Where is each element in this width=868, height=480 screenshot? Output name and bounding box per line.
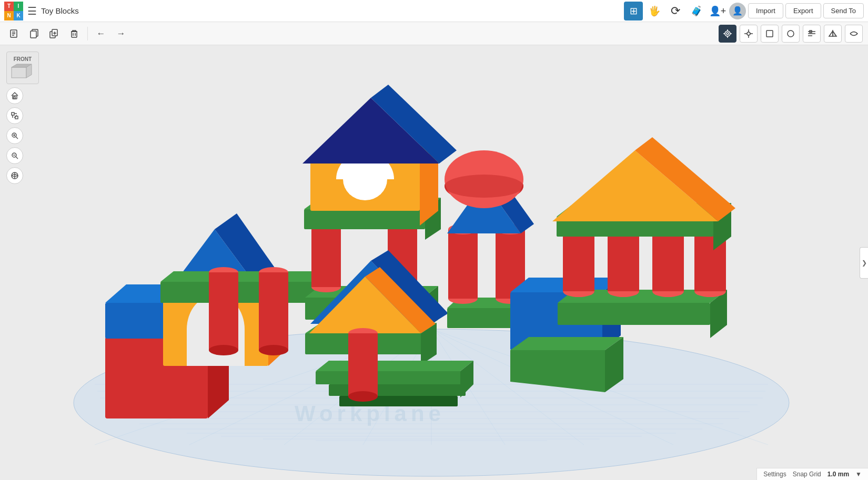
svg-rect-135 <box>448 229 478 299</box>
svg-point-14 <box>726 33 729 35</box>
chevron-right-icon: ❯ <box>862 259 867 267</box>
add-user-button[interactable]: 👤+ <box>708 2 727 21</box>
svg-marker-30 <box>829 31 833 36</box>
grid-view-button[interactable]: ⊞ <box>624 2 643 21</box>
hand-tool-button[interactable]: 🖐 <box>645 2 664 21</box>
redo-button[interactable]: → <box>112 25 130 43</box>
svg-rect-129 <box>348 333 378 396</box>
perspective-button[interactable] <box>6 167 23 184</box>
document-title: Toy Blocks <box>41 6 79 15</box>
collapse-panel-button[interactable]: ❯ <box>860 247 868 279</box>
briefcase-button[interactable]: 🧳 <box>687 2 706 21</box>
circle-tool-button[interactable] <box>782 25 800 43</box>
main-area: FRONT <box>0 45 868 480</box>
svg-point-25 <box>788 30 794 37</box>
status-bar: Settings Snap Grid 1.0 mm ▼ <box>756 468 868 480</box>
rotate-button[interactable]: ⟳ <box>666 2 685 21</box>
svg-marker-31 <box>833 31 836 36</box>
import-button[interactable]: Import <box>748 3 783 18</box>
svg-rect-32 <box>12 67 26 78</box>
settings-button[interactable]: Settings <box>763 471 786 478</box>
toolbar: ← → <box>0 22 868 45</box>
home-view-button[interactable] <box>6 87 23 104</box>
left-controls: FRONT <box>6 52 39 184</box>
logo-n: N <box>4 11 14 21</box>
svg-point-19 <box>747 32 750 35</box>
3d-scene[interactable]: Workplane <box>0 45 868 480</box>
svg-point-95 <box>259 345 288 355</box>
point-tool-button[interactable] <box>740 25 758 43</box>
topbar-right: ⊞ 🖐 ⟳ 🧳 👤+ 👤 Import Export Send To <box>624 2 864 21</box>
svg-marker-124 <box>316 361 473 371</box>
svg-point-92 <box>209 345 238 355</box>
svg-rect-36 <box>14 97 15 99</box>
avatar[interactable]: 👤 <box>729 3 746 19</box>
new-document-button[interactable] <box>5 25 23 43</box>
logo-k: K <box>14 11 23 21</box>
svg-rect-5 <box>31 31 36 38</box>
send-to-button[interactable]: Send To <box>823 3 864 18</box>
svg-rect-91 <box>209 272 238 350</box>
svg-rect-94 <box>259 272 288 350</box>
logo-i: I <box>14 2 23 11</box>
document-icon[interactable]: ☰ <box>27 5 37 17</box>
camera-tool-button[interactable] <box>719 25 736 43</box>
svg-marker-149 <box>510 337 623 350</box>
svg-line-43 <box>16 137 18 139</box>
export-button[interactable]: Export <box>785 3 821 18</box>
svg-rect-131 <box>447 308 516 328</box>
logo-t: T <box>4 2 14 11</box>
svg-point-113 <box>343 158 387 200</box>
snap-grid-label: Snap Grid <box>793 471 821 478</box>
svg-rect-24 <box>766 30 773 37</box>
toolbar-right <box>719 25 863 43</box>
duplicate-button[interactable] <box>45 25 63 43</box>
svg-rect-123 <box>316 371 473 384</box>
svg-line-47 <box>16 157 18 159</box>
svg-rect-10 <box>72 32 77 37</box>
svg-rect-105 <box>304 209 425 229</box>
align-tool-button[interactable] <box>803 25 821 43</box>
shape-tool-button[interactable] <box>761 25 779 43</box>
svg-rect-35 <box>13 96 17 99</box>
svg-point-144 <box>445 175 523 198</box>
mirror-tool-button[interactable] <box>824 25 842 43</box>
zoom-in-button[interactable] <box>6 127 23 144</box>
svg-point-130 <box>348 391 378 402</box>
svg-point-13 <box>725 31 730 36</box>
zoom-out-button[interactable] <box>6 147 23 164</box>
view-cube-graphic <box>9 63 36 80</box>
view-cube-label: FRONT <box>14 56 32 62</box>
svg-rect-87 <box>160 282 324 303</box>
svg-rect-37 <box>12 113 14 115</box>
top-navbar: T I N K ☰ Toy Blocks ⊞ 🖐 ⟳ 🧳 👤+ 👤 Import… <box>0 0 868 22</box>
group-tool-button[interactable] <box>845 25 863 43</box>
copy-button[interactable] <box>25 25 43 43</box>
toolbar-separator-1 <box>87 27 88 40</box>
snap-grid-value: 1.0 mm <box>827 471 849 478</box>
fit-view-button[interactable] <box>6 107 23 124</box>
svg-rect-151 <box>558 303 710 325</box>
snap-grid-dropdown-icon[interactable]: ▼ <box>855 471 862 478</box>
svg-marker-88 <box>160 271 337 282</box>
delete-button[interactable] <box>65 25 83 43</box>
view-cube[interactable]: FRONT <box>6 52 39 84</box>
block-red-cylinder-center[interactable] <box>348 328 378 402</box>
undo-button[interactable]: ← <box>92 25 110 43</box>
logo[interactable]: T I N K <box>4 2 23 21</box>
3d-canvas[interactable]: FRONT <box>0 45 868 480</box>
